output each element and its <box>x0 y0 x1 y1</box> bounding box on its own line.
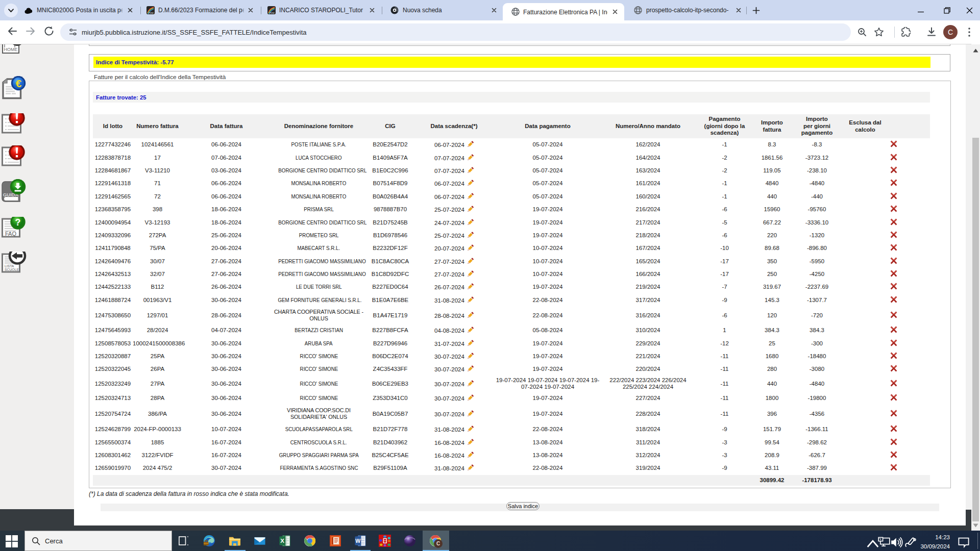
svg-text:PVW: PVW <box>270 12 275 14</box>
svg-text:LISTA: LISTA <box>5 264 14 268</box>
svg-text:SCUOLE: SCUOLE <box>5 268 19 271</box>
svg-text:X: X <box>280 538 284 544</box>
svg-text:?: ? <box>15 217 21 228</box>
svg-text:€: € <box>16 78 22 89</box>
svg-text:PVW: PVW <box>149 12 154 14</box>
svg-text:FAQ: FAQ <box>5 231 16 237</box>
svg-text:W: W <box>355 538 360 544</box>
